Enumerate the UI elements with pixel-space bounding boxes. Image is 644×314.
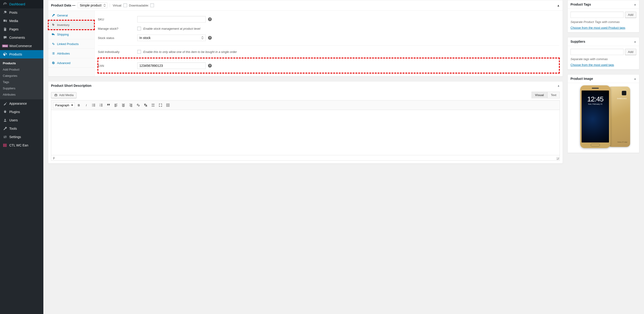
comments-icon (3, 35, 8, 40)
insert-more-button[interactable] (150, 102, 156, 108)
product-image-widget: Product Image ▲ SAMSUNG Galaxy S7 edge 1… (568, 74, 639, 153)
help-icon[interactable]: ? (208, 18, 212, 21)
submenu-attributes[interactable]: Attributes (0, 91, 43, 98)
widget-collapse-toggle[interactable]: ▲ (634, 40, 636, 43)
tab-advanced[interactable]: Advanced (48, 58, 94, 68)
bulleted-list-button[interactable] (90, 102, 97, 108)
product-tags-choose-link[interactable]: Choose from the most used Product tags (570, 26, 625, 30)
stock-status-label: Stock status (98, 36, 137, 40)
bold-button[interactable]: B (76, 102, 82, 108)
align-center-button[interactable] (120, 102, 126, 108)
suppliers-choose-link[interactable]: Choose from the most used tags (570, 63, 614, 67)
inventory-fields: SKU ? Manage stock? Enable stock managem… (94, 11, 562, 76)
svg-rect-8 (101, 104, 102, 104)
suppliers-add-button[interactable]: Add (625, 49, 636, 55)
svg-rect-26 (152, 105, 155, 105)
phone-date: Sun, February 21 (588, 103, 602, 105)
ean-input[interactable] (137, 63, 206, 69)
editor-visual-tab[interactable]: Visual (532, 92, 547, 98)
tab-inventory[interactable]: Inventory (48, 20, 94, 30)
products-icon (3, 52, 8, 57)
product-tags-add-button[interactable]: Add (625, 12, 636, 18)
menu-settings[interactable]: Settings (0, 133, 43, 141)
svg-rect-32 (168, 105, 169, 105)
sold-individually-checkbox[interactable] (137, 50, 141, 54)
tab-linked-products[interactable]: Linked Products (48, 39, 94, 49)
barcode-icon (3, 143, 8, 148)
svg-rect-31 (167, 105, 168, 105)
plugins-icon (3, 110, 8, 114)
tab-label: General (57, 14, 68, 17)
panel-collapse-toggle[interactable]: ▲ (557, 84, 560, 87)
menu-label: Settings (9, 135, 21, 139)
menu-ctl-wc-ean[interactable]: CTL WC Ean (0, 141, 43, 149)
pin-icon (3, 10, 8, 15)
resize-handle[interactable] (556, 157, 559, 160)
svg-text:3: 3 (100, 105, 100, 107)
svg-rect-14 (114, 105, 116, 105)
svg-point-5 (92, 106, 93, 107)
submenu-categories[interactable]: Categories (0, 73, 43, 79)
svg-rect-10 (101, 105, 102, 105)
virtual-checkbox[interactable] (123, 4, 127, 7)
menu-pages[interactable]: Pages (0, 25, 43, 34)
fullscreen-button[interactable] (157, 102, 164, 108)
sold-individually-label: Sold individually (98, 50, 137, 54)
menu-posts[interactable]: Posts (0, 8, 43, 17)
sku-input[interactable] (137, 16, 206, 23)
editor-text-tab[interactable]: Text (547, 92, 560, 98)
italic-button[interactable]: I (83, 102, 90, 108)
toolbar-toggle-button[interactable] (165, 102, 171, 108)
unlink-button[interactable] (142, 102, 149, 108)
tab-shipping[interactable]: Shipping (48, 30, 94, 39)
widget-title: Product Tags (570, 3, 591, 6)
downloadable-checkbox[interactable] (150, 4, 154, 7)
downloadable-option[interactable]: Downloadable: (129, 4, 154, 7)
submenu-products[interactable]: Products (0, 60, 43, 66)
virtual-option[interactable]: Virtual: (113, 4, 127, 7)
menu-users[interactable]: Users (0, 116, 43, 124)
stock-status-select[interactable]: In stock (137, 35, 206, 41)
menu-comments[interactable]: Comments (0, 34, 43, 42)
format-select[interactable]: Paragraph (53, 102, 75, 108)
editor-textarea[interactable] (51, 110, 560, 155)
suppliers-input[interactable] (570, 49, 624, 55)
link-button[interactable] (135, 102, 142, 108)
submenu-suppliers[interactable]: Suppliers (0, 85, 43, 91)
product-image[interactable]: SAMSUNG Galaxy S7 edge 12:45 Sun, Februa… (573, 85, 634, 150)
tab-general[interactable]: General (48, 11, 94, 20)
menu-label: Products (9, 53, 22, 56)
product-tags-input[interactable] (570, 12, 624, 18)
help-icon[interactable]: ? (208, 64, 212, 68)
menu-woocommerce[interactable]: Woo WooCommerce (0, 42, 43, 50)
link-icon (52, 42, 55, 46)
virtual-label: Virtual: (113, 4, 122, 7)
panel-title: Product Short Description (51, 84, 91, 88)
blockquote-button[interactable] (105, 102, 112, 108)
widget-collapse-toggle[interactable]: ▲ (634, 77, 636, 80)
product-data-title: Product Data — (51, 4, 75, 7)
menu-products[interactable]: Products (0, 50, 43, 59)
add-media-button[interactable]: Add Media (51, 92, 76, 98)
menu-media[interactable]: Media (0, 17, 43, 25)
menu-tools[interactable]: Tools (0, 124, 43, 133)
align-left-button[interactable] (113, 102, 119, 108)
manage-stock-checkbox[interactable] (137, 27, 141, 31)
product-type-select[interactable]: Simple product (78, 3, 107, 8)
help-icon[interactable]: ? (208, 36, 212, 40)
menu-dashboard[interactable]: Dashboard (0, 0, 43, 8)
widget-collapse-toggle[interactable]: ▲ (634, 3, 636, 6)
wrench-icon (52, 14, 55, 17)
submenu-tags[interactable]: Tags (0, 79, 43, 85)
menu-appearance[interactable]: Appearance (0, 99, 43, 108)
tab-label: Shipping (57, 33, 69, 36)
numbered-list-button[interactable]: 123 (98, 102, 104, 108)
svg-point-0 (4, 119, 6, 120)
svg-rect-16 (114, 106, 116, 107)
admin-sidebar: Dashboard Posts Media Pages Comments Woo… (0, 0, 43, 314)
tab-attributes[interactable]: Attributes (48, 49, 94, 58)
menu-plugins[interactable]: Plugins (0, 108, 43, 116)
panel-collapse-toggle[interactable]: ▲ (557, 4, 560, 7)
align-right-button[interactable] (128, 102, 134, 108)
submenu-add-product[interactable]: Add Product (0, 66, 43, 73)
